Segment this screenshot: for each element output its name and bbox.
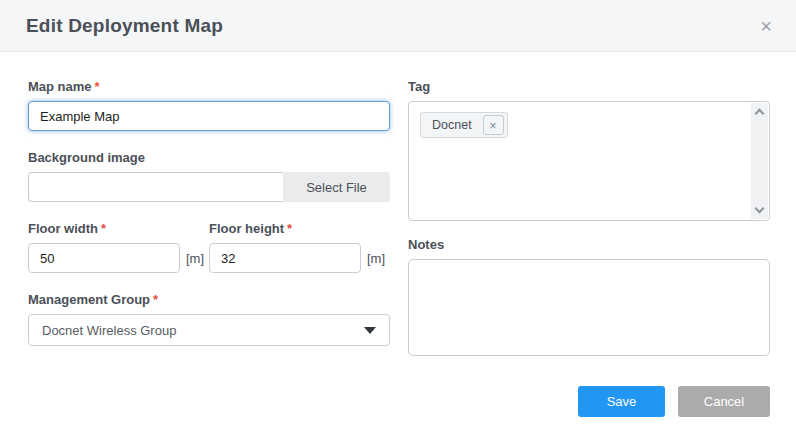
tag-remove-icon[interactable]: × xyxy=(483,115,504,135)
close-icon[interactable]: × xyxy=(760,16,772,36)
edit-deployment-map-dialog: Edit Deployment Map × Map name* Backgrou… xyxy=(0,0,796,425)
floor-height-field-group: Floor height* [m] xyxy=(209,221,390,273)
map-name-input[interactable] xyxy=(28,101,390,131)
notes-field-group: Notes xyxy=(408,237,770,360)
management-group-label-text: Management Group xyxy=(28,292,150,307)
floor-height-unit: [m] xyxy=(367,251,385,266)
floor-dimensions-row: Floor width* [m] Floor height* [m] xyxy=(28,221,390,273)
management-group-label: Management Group* xyxy=(28,292,390,307)
floor-height-input-wrap: [m] xyxy=(209,243,390,273)
background-image-field-group: Background image Select File xyxy=(28,150,390,202)
tag-label: Tag xyxy=(408,79,770,94)
required-asterisk: * xyxy=(101,221,106,236)
tag-chip-label: Docnet xyxy=(421,113,483,137)
map-name-field-group: Map name* xyxy=(28,79,390,131)
background-image-input[interactable] xyxy=(28,172,283,202)
notes-label: Notes xyxy=(408,237,770,252)
management-group-field-group: Management Group* Docnet Wireless Group xyxy=(28,292,390,346)
tag-chip: Docnet × xyxy=(420,112,508,138)
background-image-label: Background image xyxy=(28,150,390,165)
required-asterisk: * xyxy=(287,221,292,236)
floor-width-input[interactable] xyxy=(28,243,180,273)
cancel-button[interactable]: Cancel xyxy=(678,386,770,417)
floor-height-label: Floor height* xyxy=(209,221,390,236)
chevron-down-icon xyxy=(364,327,376,334)
select-file-button[interactable]: Select File xyxy=(283,172,390,202)
floor-height-label-text: Floor height xyxy=(209,221,284,236)
required-asterisk: * xyxy=(153,292,158,307)
map-name-label: Map name* xyxy=(28,79,390,94)
tag-field-group: Tag Docnet × xyxy=(408,79,770,221)
management-group-selected-value: Docnet Wireless Group xyxy=(42,323,176,338)
save-button[interactable]: Save xyxy=(578,386,665,417)
dialog-title: Edit Deployment Map xyxy=(26,15,223,37)
dialog-body: Map name* Background image Select File F… xyxy=(0,52,796,425)
floor-width-label: Floor width* xyxy=(28,221,206,236)
floor-width-unit: [m] xyxy=(186,251,204,266)
scroll-up-icon[interactable] xyxy=(755,109,765,119)
map-name-label-text: Map name xyxy=(28,79,92,94)
right-column: Tag Docnet × Notes Save C xyxy=(408,79,770,425)
floor-width-label-text: Floor width xyxy=(28,221,98,236)
background-image-input-group: Select File xyxy=(28,172,390,202)
scroll-down-icon[interactable] xyxy=(755,204,765,214)
tag-box[interactable]: Docnet × xyxy=(408,101,770,221)
notes-textarea[interactable] xyxy=(408,259,770,356)
action-buttons: Save Cancel xyxy=(408,386,770,417)
floor-width-field-group: Floor width* [m] xyxy=(28,221,206,273)
tag-box-scrollbar[interactable] xyxy=(751,103,768,219)
left-column: Map name* Background image Select File F… xyxy=(28,79,390,425)
floor-height-input[interactable] xyxy=(209,243,361,273)
floor-width-input-wrap: [m] xyxy=(28,243,206,273)
required-asterisk: * xyxy=(95,79,100,94)
management-group-select[interactable]: Docnet Wireless Group xyxy=(28,314,390,346)
dialog-header: Edit Deployment Map × xyxy=(0,0,796,52)
